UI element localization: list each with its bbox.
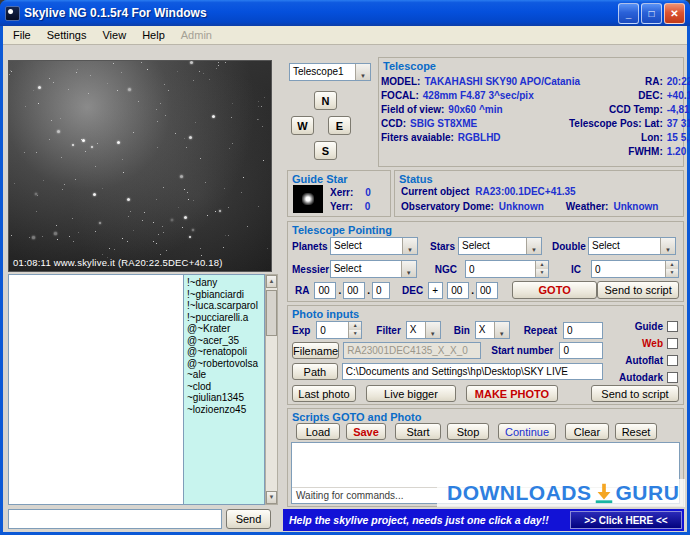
stars-select[interactable]: Select xyxy=(458,237,542,255)
load-button[interactable]: Load xyxy=(296,423,340,440)
slew-west-button[interactable]: W xyxy=(291,116,314,135)
current-object-row: Current object RA23:00.1DEC+41.35 xyxy=(401,186,576,197)
chat-log-panel[interactable] xyxy=(8,274,184,505)
download-icon xyxy=(593,482,615,504)
title-bar[interactable]: Skylive NG 0.1.5r4 For Windows _ □ ✕ xyxy=(0,0,690,26)
list-item[interactable]: @~robertovolsa xyxy=(187,358,264,370)
telescope-select[interactable]: Telescope1 xyxy=(289,63,371,81)
list-item[interactable]: !~luca.scarparol xyxy=(187,300,264,312)
spinner-buttons[interactable] xyxy=(665,261,678,277)
path-button[interactable]: Path xyxy=(292,363,338,380)
slew-north-button[interactable]: N xyxy=(314,91,337,110)
maximize-button[interactable]: □ xyxy=(641,3,662,24)
info-row: Telescope Pos: Lat:37 31,10'N xyxy=(569,116,690,130)
chevron-down-icon[interactable] xyxy=(425,322,440,338)
exposure-spinner[interactable] xyxy=(316,321,362,339)
make-photo-button[interactable]: MAKE PHOTO xyxy=(466,385,558,402)
repeat-input[interactable] xyxy=(563,322,603,339)
chevron-down-icon[interactable] xyxy=(401,261,416,277)
menu-settings[interactable]: Settings xyxy=(39,27,95,43)
guide-star-preview xyxy=(293,185,323,213)
xerr-row: Xerr:0 xyxy=(330,187,371,198)
scroll-up-icon[interactable] xyxy=(266,275,277,288)
list-item[interactable]: ~clod xyxy=(187,381,264,393)
ic-input[interactable] xyxy=(592,261,665,277)
close-button[interactable]: ✕ xyxy=(664,3,685,24)
spin-up-icon[interactable] xyxy=(666,261,678,269)
list-item[interactable]: @~acer_35 xyxy=(187,335,264,347)
live-bigger-button[interactable]: Live bigger xyxy=(366,385,456,402)
start-number-input[interactable] xyxy=(559,342,603,359)
dec-degrees-input[interactable] xyxy=(447,282,469,299)
stop-button[interactable]: Stop xyxy=(447,423,489,440)
filter-select[interactable]: X xyxy=(406,321,441,339)
spin-down-icon[interactable] xyxy=(349,330,361,338)
goto-button[interactable]: GOTO xyxy=(512,281,597,299)
repeat-label: Repeat xyxy=(524,325,557,336)
send-goto-to-script-button[interactable]: Send to script xyxy=(597,281,679,299)
scrollbar-track[interactable] xyxy=(266,288,277,491)
save-button[interactable]: Save xyxy=(346,423,386,440)
chevron-down-icon[interactable] xyxy=(402,238,417,254)
web-checkbox[interactable] xyxy=(667,338,678,349)
user-list-scrollbar[interactable] xyxy=(265,274,278,505)
spin-up-icon[interactable] xyxy=(536,261,548,269)
planets-select[interactable]: Select xyxy=(330,237,418,255)
minimize-button[interactable]: _ xyxy=(618,3,639,24)
ngc-input[interactable] xyxy=(466,261,535,277)
exposure-input[interactable] xyxy=(317,322,348,338)
menu-file[interactable]: File xyxy=(5,27,39,43)
start-button[interactable]: Start xyxy=(395,423,441,440)
reset-button[interactable]: Reset xyxy=(615,423,657,440)
ngc-spinner[interactable] xyxy=(465,260,549,278)
spin-up-icon[interactable] xyxy=(349,322,361,330)
chevron-down-icon[interactable] xyxy=(526,238,541,254)
list-item[interactable]: ~lozioenzo45 xyxy=(187,404,264,416)
chevron-down-icon[interactable] xyxy=(355,64,370,80)
chat-message-input[interactable] xyxy=(8,509,222,529)
double-select[interactable]: Select xyxy=(588,237,676,255)
bin-select[interactable]: X xyxy=(475,321,510,339)
ra-hours-input[interactable] xyxy=(314,282,336,299)
list-item[interactable]: !~pucciarelli.a xyxy=(187,312,264,324)
chevron-down-icon[interactable] xyxy=(660,238,675,254)
filename-button[interactable]: Filename xyxy=(292,342,339,359)
watermark-text-right: GURU xyxy=(616,481,680,505)
ic-spinner[interactable] xyxy=(591,260,679,278)
list-item[interactable]: !~dany xyxy=(187,277,264,289)
menu-help[interactable]: Help xyxy=(134,27,173,43)
list-item[interactable]: !~gbianciardi xyxy=(187,289,264,301)
spinner-buttons[interactable] xyxy=(348,322,361,338)
continue-button[interactable]: Continue xyxy=(498,423,556,440)
last-photo-button[interactable]: Last photo xyxy=(292,385,356,402)
dec-minutes-input[interactable] xyxy=(476,282,498,299)
slew-east-button[interactable]: E xyxy=(328,116,351,135)
scrollbar-thumb[interactable] xyxy=(266,290,277,336)
pointing-row-2: Messier Select NGC IC xyxy=(292,260,679,278)
window-title: Skylive NG 0.1.5r4 For Windows xyxy=(24,6,207,20)
autodark-checkbox[interactable] xyxy=(667,372,678,383)
scroll-down-icon[interactable] xyxy=(266,491,277,504)
slew-south-button[interactable]: S xyxy=(314,141,337,160)
send-button[interactable]: Send xyxy=(226,509,271,529)
ra-minutes-input[interactable] xyxy=(343,282,365,299)
chevron-down-icon[interactable] xyxy=(494,322,509,338)
autoflat-checkbox[interactable] xyxy=(667,355,678,366)
ra-seconds-input[interactable] xyxy=(372,282,390,299)
spin-down-icon[interactable] xyxy=(666,269,678,277)
send-photo-to-script-button[interactable]: Send to script xyxy=(591,385,679,402)
click-here-button[interactable]: >> Click HERE << xyxy=(570,511,682,529)
spinner-buttons[interactable] xyxy=(535,261,548,277)
spin-down-icon[interactable] xyxy=(536,269,548,277)
messier-select[interactable]: Select xyxy=(330,260,417,278)
guide-checkbox[interactable] xyxy=(667,321,678,332)
list-item[interactable]: ~ale xyxy=(187,369,264,381)
clear-button[interactable]: Clear xyxy=(565,423,609,440)
dec-sign-input[interactable] xyxy=(428,282,443,299)
menu-view[interactable]: View xyxy=(94,27,134,43)
list-item[interactable]: ~giulian1345 xyxy=(187,392,264,404)
info-value: -4,8178 xyxy=(667,104,690,115)
list-item[interactable]: @~Krater xyxy=(187,323,264,335)
list-item[interactable]: @~renatopoli xyxy=(187,346,264,358)
path-field[interactable] xyxy=(342,363,603,380)
